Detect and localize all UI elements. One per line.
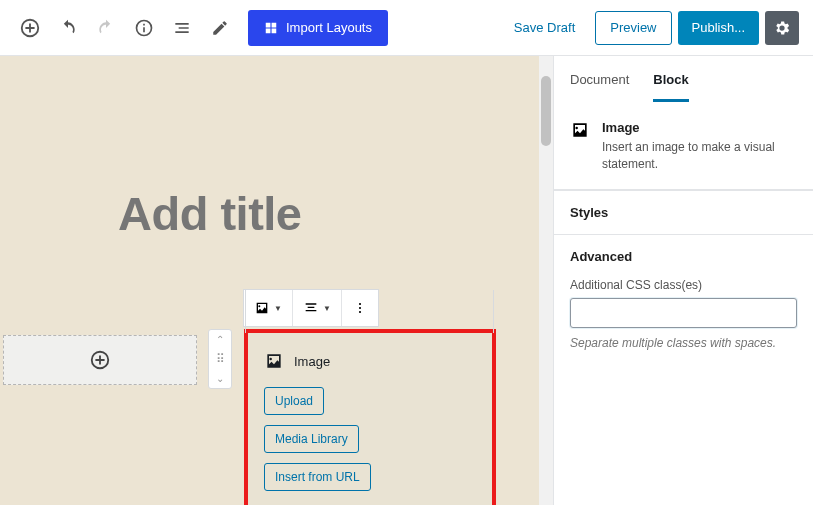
svg-point-2: [359, 311, 361, 313]
svg-point-1: [359, 307, 361, 309]
css-classes-help: Separate multiple classes with spaces.: [570, 336, 797, 350]
advanced-section: Advanced Additional CSS class(es) Separa…: [554, 234, 813, 364]
styles-heading: Styles: [570, 205, 797, 220]
sidebar-tabs: Document Block: [554, 56, 813, 102]
image-icon: [570, 120, 590, 140]
chevron-down-icon[interactable]: ⌄: [216, 373, 224, 384]
image-block-placeholder: Image Upload Media Library Insert from U…: [244, 329, 496, 505]
media-library-button[interactable]: Media Library: [264, 425, 359, 453]
edit-icon[interactable]: [204, 12, 236, 44]
editor-canvas: Add title ⌃ ⠿ ⌄ ▼ ▼ Image: [0, 56, 553, 505]
block-info-name: Image: [602, 120, 797, 135]
info-icon[interactable]: [128, 12, 160, 44]
settings-button[interactable]: [765, 11, 799, 45]
import-layouts-button[interactable]: Import Layouts: [248, 10, 388, 46]
tab-block[interactable]: Block: [653, 72, 688, 102]
post-title-input[interactable]: Add title: [118, 186, 301, 241]
caret-down-icon: ▼: [323, 304, 331, 313]
css-classes-input[interactable]: [570, 298, 797, 328]
main-area: Add title ⌃ ⠿ ⌄ ▼ ▼ Image: [0, 56, 813, 505]
advanced-heading: Advanced: [570, 249, 797, 264]
image-block-header: Image: [264, 351, 476, 371]
more-vertical-icon: [352, 300, 368, 316]
drag-handle-icon[interactable]: ⠿: [216, 352, 224, 366]
publish-button[interactable]: Publish...: [678, 11, 759, 45]
scroll-thumb[interactable]: [541, 76, 551, 146]
layouts-icon: [264, 21, 278, 35]
gear-icon: [773, 19, 791, 37]
upload-button[interactable]: Upload: [264, 387, 324, 415]
more-options-button[interactable]: [342, 290, 378, 326]
undo-icon[interactable]: [52, 12, 84, 44]
svg-point-0: [359, 303, 361, 305]
image-icon: [254, 300, 270, 316]
block-info-desc: Insert an image to make a visual stateme…: [602, 139, 797, 173]
add-block-icon[interactable]: [14, 12, 46, 44]
chevron-up-icon[interactable]: ⌃: [216, 334, 224, 345]
image-block-label: Image: [294, 354, 330, 369]
top-toolbar: Import Layouts Save Draft Preview Publis…: [0, 0, 813, 56]
preview-button[interactable]: Preview: [595, 11, 671, 45]
redo-icon: [90, 12, 122, 44]
css-classes-label: Additional CSS class(es): [570, 278, 797, 292]
align-icon: [303, 300, 319, 316]
scrollbar[interactable]: [539, 56, 553, 505]
insert-from-url-button[interactable]: Insert from URL: [264, 463, 371, 491]
styles-section[interactable]: Styles: [554, 190, 813, 234]
outline-icon[interactable]: [166, 12, 198, 44]
image-icon: [264, 351, 284, 371]
add-block-placeholder[interactable]: [3, 335, 197, 385]
caret-down-icon: ▼: [274, 304, 282, 313]
block-info: Image Insert an image to make a visual s…: [554, 102, 813, 190]
block-type-button[interactable]: ▼: [244, 290, 293, 326]
block-move-handle[interactable]: ⌃ ⠿ ⌄: [208, 329, 232, 389]
save-draft-button[interactable]: Save Draft: [514, 20, 575, 35]
tab-document[interactable]: Document: [570, 72, 629, 102]
add-icon: [89, 349, 111, 371]
align-button[interactable]: ▼: [293, 290, 342, 326]
block-toolbar: ▼ ▼: [243, 289, 379, 327]
settings-sidebar: Document Block Image Insert an image to …: [553, 56, 813, 505]
import-label: Import Layouts: [286, 20, 372, 35]
